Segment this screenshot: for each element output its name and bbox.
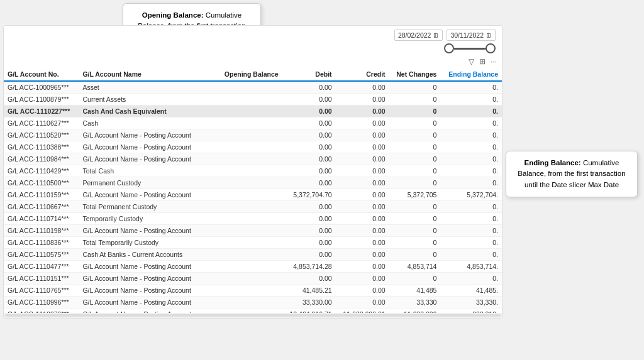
- cell-credit: 0.00: [336, 81, 389, 94]
- table-body: G/L ACC-1000965*** Asset 0.00 0.00 0 0. …: [4, 81, 502, 313]
- cell-opening: [211, 153, 282, 165]
- table-row: G/L ACC-1110500*** Permanent Custody 0.0…: [4, 177, 502, 189]
- cell-ending: 0.: [440, 249, 502, 261]
- cell-acc-no: G/L ACC-1110714***: [4, 213, 79, 225]
- cell-opening: [211, 297, 282, 308]
- table-row: G/L ACC-1110227*** Cash And Cash Equival…: [4, 106, 502, 117]
- cell-net: 0: [389, 94, 441, 106]
- cell-debit: 0.00: [282, 249, 336, 261]
- cell-credit: 0.00: [336, 297, 389, 308]
- cell-credit: 11,632,606.31: [336, 308, 389, 314]
- cell-acc-name: G/L Account Name - Posting Account: [79, 285, 211, 297]
- table-scroll[interactable]: G/L Account No. G/L Account Name Opening…: [4, 68, 502, 313]
- cell-acc-name: Current Assets: [79, 94, 211, 106]
- cell-net: 0: [389, 249, 441, 261]
- cell-ending: 0.: [440, 177, 502, 189]
- scrollbar-area[interactable]: [4, 313, 502, 318]
- end-calendar-icon[interactable]: 🗓: [486, 32, 492, 39]
- cell-acc-no: G/L ACC-1100879***: [4, 94, 79, 106]
- cell-opening: [211, 117, 282, 129]
- toolbar-icons: ▽ ⊞ ···: [4, 56, 502, 68]
- col-header-account-no[interactable]: G/L Account No.: [4, 68, 79, 81]
- cell-credit: 0.00: [336, 153, 389, 165]
- cell-acc-no: G/L ACC-1110575***: [4, 249, 79, 261]
- cell-net: 41,485: [389, 285, 441, 297]
- cell-debit: 41,485.21: [282, 285, 336, 297]
- tooltip-opening-label: Opening Balance:: [142, 11, 204, 19]
- cell-debit: 0.00: [282, 201, 336, 213]
- cell-net: 0: [389, 273, 441, 285]
- cell-credit: 0.00: [336, 189, 389, 201]
- table-row: G/L ACC-1110198*** G/L Account Name - Po…: [4, 225, 502, 237]
- col-header-credit[interactable]: Credit: [336, 68, 389, 81]
- table-row: G/L ACC-1110976*** G/L Account Name - Po…: [4, 308, 502, 314]
- cell-opening: [211, 249, 282, 261]
- scrollbar-track: [5, 314, 501, 317]
- cell-debit: 0.00: [282, 94, 336, 106]
- table-row: G/L ACC-1110429*** Total Cash 0.00 0.00 …: [4, 165, 502, 177]
- cell-net: 0: [389, 106, 441, 117]
- cell-acc-no: G/L ACC-1110159***: [4, 189, 79, 201]
- timeline-start-dot[interactable]: [444, 43, 454, 53]
- cell-net: 0: [389, 165, 441, 177]
- tooltip-ending-label: Ending Balance:: [525, 159, 581, 166]
- cell-acc-no: G/L ACC-1110227***: [4, 106, 79, 117]
- cell-opening: [211, 237, 282, 249]
- col-header-debit[interactable]: Debit: [282, 68, 336, 81]
- cell-credit: 0.00: [336, 249, 389, 261]
- cell-net: 0: [389, 237, 441, 249]
- cell-acc-name: G/L Account Name - Posting Account: [79, 308, 211, 314]
- cell-net: 0: [389, 81, 441, 94]
- cell-acc-no: G/L ACC-1110765***: [4, 285, 79, 297]
- col-header-opening[interactable]: Opening Balance: [211, 68, 282, 81]
- date-controls: 28/02/2022 🗓 30/11/2022 🗓: [4, 26, 502, 41]
- start-date-input[interactable]: 28/02/2022 🗓: [394, 30, 443, 41]
- more-icon[interactable]: ···: [491, 57, 497, 66]
- cell-acc-no: G/L ACC-1110500***: [4, 177, 79, 189]
- timeline-end-dot[interactable]: [486, 43, 496, 53]
- cell-acc-no: G/L ACC-1110520***: [4, 129, 79, 141]
- main-container: Opening Balance: Cumulative Balance, fro…: [0, 0, 644, 360]
- cell-credit: 0.00: [336, 141, 389, 153]
- cell-credit: 0.00: [336, 129, 389, 141]
- cell-acc-no: G/L ACC-1110429***: [4, 165, 79, 177]
- cell-acc-no: G/L ACC-1000965***: [4, 81, 79, 94]
- cell-acc-name: Cash And Cash Equivalent: [79, 106, 211, 117]
- cell-opening: [211, 201, 282, 213]
- cell-acc-name: Total Cash: [79, 165, 211, 177]
- cell-acc-name: G/L Account Name - Posting Account: [79, 225, 211, 237]
- start-calendar-icon[interactable]: 🗓: [433, 32, 439, 39]
- cell-ending: 0.: [440, 225, 502, 237]
- cell-ending: 0.: [440, 201, 502, 213]
- cell-net: 0: [389, 153, 441, 165]
- cell-net: 0: [389, 117, 441, 129]
- end-date-input[interactable]: 30/11/2022 🗓: [447, 30, 496, 41]
- cell-opening: [211, 273, 282, 285]
- cell-opening: [211, 189, 282, 201]
- cell-acc-no: G/L ACC-1110388***: [4, 141, 79, 153]
- col-header-account-name[interactable]: G/L Account Name: [79, 68, 211, 81]
- cell-acc-name: Cash At Banks - Current Accounts: [79, 249, 211, 261]
- cell-acc-name: Permanent Custody: [79, 177, 211, 189]
- cell-debit: 0.00: [282, 129, 336, 141]
- cell-ending: 0.: [440, 153, 502, 165]
- cell-net: 33,330: [389, 297, 441, 308]
- cell-debit: 0.00: [282, 141, 336, 153]
- cell-debit: 0.00: [282, 177, 336, 189]
- table-row: G/L ACC-1110159*** G/L Account Name - Po…: [4, 189, 502, 201]
- cell-acc-name: G/L Account Name - Posting Account: [79, 261, 211, 273]
- col-header-ending[interactable]: Ending Balance: [440, 68, 502, 81]
- table-row: G/L ACC-1110984*** G/L Account Name - Po…: [4, 153, 502, 165]
- cell-opening: [211, 165, 282, 177]
- col-header-net[interactable]: Net Changes: [389, 68, 441, 81]
- timeline-line: [444, 43, 496, 53]
- table-icon[interactable]: ⊞: [479, 57, 486, 66]
- table-row: G/L ACC-1110996*** G/L Account Name - Po…: [4, 297, 502, 308]
- cell-acc-no: G/L ACC-1110477***: [4, 261, 79, 273]
- cell-acc-no: G/L ACC-1110976***: [4, 308, 79, 314]
- filter-icon[interactable]: ▽: [469, 57, 474, 66]
- table-row: G/L ACC-1110714*** Temporarily Custody 0…: [4, 213, 502, 225]
- cell-acc-no: G/L ACC-1110996***: [4, 297, 79, 308]
- cell-debit: 33,330.00: [282, 297, 336, 308]
- cell-credit: 0.00: [336, 94, 389, 106]
